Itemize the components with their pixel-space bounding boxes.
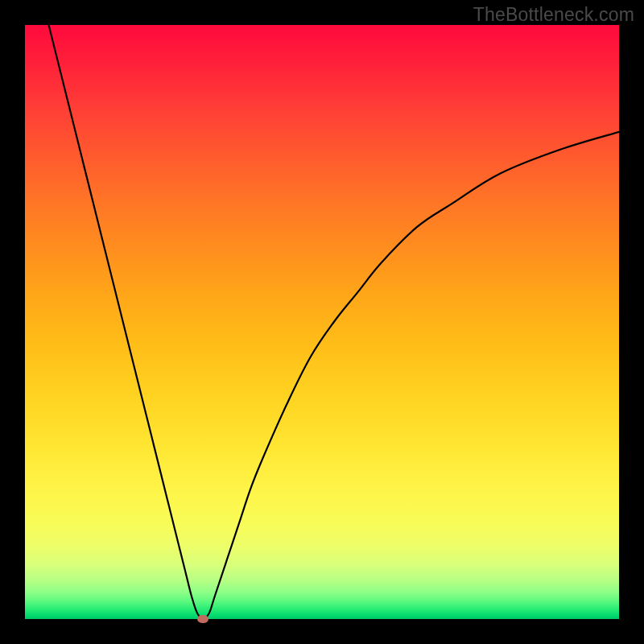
- minimum-marker: [197, 615, 208, 623]
- watermark-text: TheBottleneck.com: [473, 4, 634, 26]
- chart-frame: TheBottleneck.com: [0, 0, 644, 644]
- bottleneck-curve: [25, 25, 619, 619]
- plot-area: [25, 25, 619, 619]
